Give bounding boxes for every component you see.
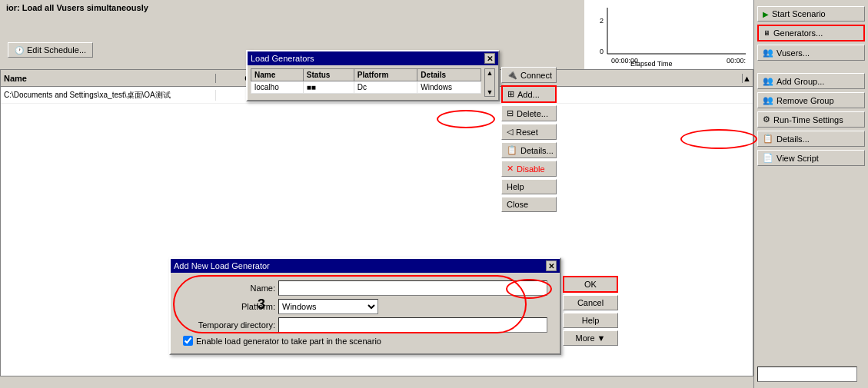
- start-scenario-button[interactable]: ▶ Start Scenario: [757, 6, 865, 22]
- right-panel: ▶ Start Scenario 🖥 Generators... 👥 Vuser…: [753, 0, 868, 388]
- scrollbar-up[interactable]: ▲: [485, 69, 494, 77]
- checkbox-label: Enable load generator to take part in th…: [196, 337, 381, 346]
- lg-col-name: Name: [251, 69, 304, 81]
- delete-button[interactable]: ⊟ Delete...: [501, 105, 557, 121]
- scenario-input[interactable]: [757, 366, 857, 382]
- lg-dialog-buttons: 🔌 Connect ⊞ Add... ⊟ Delete... ◁ Reset 📋…: [501, 67, 558, 212]
- more-button[interactable]: More ▼: [563, 330, 618, 346]
- row-name: C:\Documents and Settings\xa_test\桌面\OA测…: [1, 90, 216, 101]
- vusers-icon: 👥: [763, 48, 773, 58]
- enable-checkbox[interactable]: [183, 336, 193, 346]
- add-load-generator-dialog: Add New Load Generator ✕ Name: Platform:…: [169, 257, 561, 355]
- graph-x-label: Elapsed Time: [630, 60, 673, 68]
- temp-dir-input[interactable]: [278, 317, 547, 333]
- lg-row-status: ■■: [303, 81, 354, 94]
- connect-icon: 🔌: [507, 70, 517, 80]
- name-label: Name:: [183, 284, 275, 293]
- load-gen-dialog-close[interactable]: ✕: [484, 53, 495, 64]
- add-lg-close-button[interactable]: ✕: [546, 260, 557, 271]
- temp-dir-form-row: Temporary directory:: [183, 317, 547, 333]
- lg-col-platform: Platform: [354, 69, 417, 81]
- ok-button[interactable]: OK: [563, 276, 618, 293]
- name-form-row: Name:: [183, 280, 547, 296]
- edit-schedule-button[interactable]: 🕐 Edit Schedule...: [8, 42, 93, 58]
- scrollbar-v-top[interactable]: ▲: [742, 74, 753, 83]
- graph-area: 2 0 00:00:00 00:00: Elapsed Time: [584, 0, 753, 69]
- lg-col-details: Details: [417, 69, 481, 81]
- lg-close-button[interactable]: Close: [501, 197, 557, 212]
- svg-text:00:00:: 00:00:: [727, 57, 746, 65]
- table-row: localho ■■ Dc Windows: [251, 81, 481, 94]
- add-lg-content: Name: Platform: Windows Linux Unix Solar…: [171, 273, 560, 353]
- lg-scrollbar[interactable]: ▲ ▼: [484, 68, 495, 97]
- lg-row-name: localho: [251, 81, 304, 94]
- lg-row-details: Windows: [417, 81, 481, 94]
- play-icon: ▶: [763, 10, 769, 18]
- remove-group-button[interactable]: 👥 Remove Group: [757, 92, 865, 108]
- help-button[interactable]: Help: [563, 313, 618, 328]
- lg-help-button[interactable]: Help: [501, 179, 557, 194]
- view-script-icon: 📄: [763, 153, 773, 163]
- view-script-button[interactable]: 📄 View Script: [757, 150, 865, 166]
- details-button[interactable]: 📋 Details...: [757, 131, 865, 147]
- add-lg-title: Add New Load Generator: [174, 261, 270, 270]
- disable-button[interactable]: ✕ Disable: [501, 161, 557, 177]
- remove-group-icon: 👥: [763, 95, 773, 105]
- generators-button[interactable]: 🖥 Generators...: [757, 25, 865, 41]
- generators-icon: 🖥: [763, 29, 770, 37]
- load-generators-dialog: Load Generators ✕ Name Status Platform D…: [246, 50, 500, 101]
- page-title: ior: Load all Vusers simultaneously: [6, 3, 148, 12]
- disable-icon: ✕: [507, 164, 514, 174]
- clock-icon: 🕐: [15, 46, 24, 55]
- runtime-settings-button[interactable]: ⚙ Run-Time Settings: [757, 111, 865, 128]
- details-icon: 📋: [763, 134, 773, 144]
- load-gen-table: Name Status Platform Details localho ■■ …: [251, 68, 481, 94]
- platform-select[interactable]: Windows Linux Unix Solaris: [278, 299, 378, 314]
- svg-text:2: 2: [600, 17, 604, 25]
- connect-button[interactable]: 🔌 Connect: [501, 67, 557, 83]
- reset-icon: ◁: [507, 127, 513, 137]
- load-gen-dialog-titlebar: Load Generators ✕: [248, 51, 498, 65]
- platform-label: Platform:: [183, 302, 275, 311]
- load-gen-dialog-content: Name Status Platform Details localho ■■ …: [248, 65, 498, 100]
- col-name-header: Name: [1, 74, 216, 83]
- runtime-icon: ⚙: [763, 114, 770, 124]
- add-group-button[interactable]: 👥 Add Group...: [757, 73, 865, 89]
- add-icon: ⊞: [507, 89, 514, 99]
- add-group-icon: 👥: [763, 76, 773, 86]
- checkbox-row: Enable load generator to take part in th…: [183, 336, 547, 346]
- add-lg-buttons: OK Cancel Help More ▼: [563, 276, 620, 346]
- cancel-button[interactable]: Cancel: [563, 295, 618, 310]
- platform-form-row: Platform: Windows Linux Unix Solaris: [183, 299, 547, 314]
- vusers-button[interactable]: 👥 Vusers...: [757, 45, 865, 61]
- add-lg-title-bar: Add New Load Generator ✕: [171, 259, 560, 273]
- temp-dir-label: Temporary directory:: [183, 320, 275, 330]
- scrollbar-track: [485, 77, 494, 88]
- lg-row-platform: Dc: [354, 81, 417, 94]
- add-button[interactable]: ⊞ Add...: [501, 85, 557, 103]
- delete-icon: ⊟: [507, 108, 514, 118]
- name-input[interactable]: [278, 280, 547, 296]
- load-gen-dialog-title: Load Generators: [251, 54, 314, 63]
- reset-button[interactable]: ◁ Reset: [501, 124, 557, 140]
- lg-details-icon: 📋: [507, 145, 517, 155]
- svg-text:0: 0: [600, 48, 604, 55]
- lg-details-button[interactable]: 📋 Details...: [501, 142, 557, 158]
- lg-col-status: Status: [303, 69, 354, 81]
- scrollbar-down[interactable]: ▼: [485, 88, 494, 96]
